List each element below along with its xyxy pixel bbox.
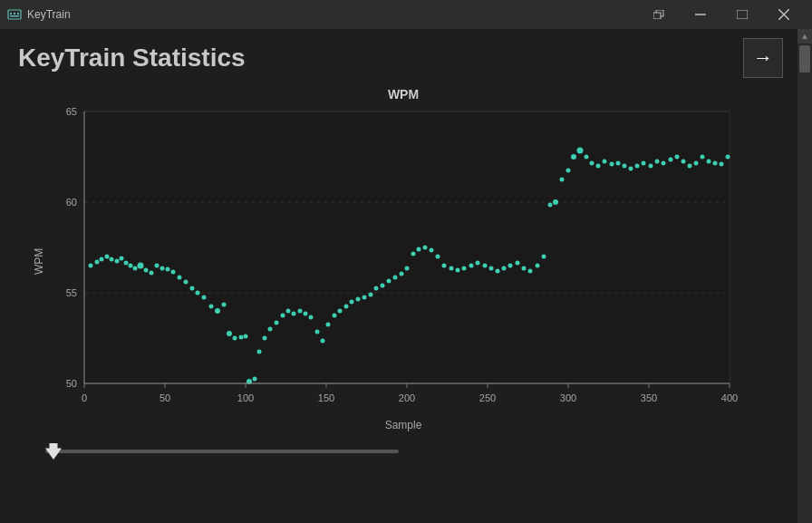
svg-point-132 — [649, 164, 653, 169]
svg-point-66 — [244, 334, 248, 339]
svg-point-101 — [450, 266, 454, 271]
svg-point-47 — [133, 266, 138, 271]
svg-point-78 — [309, 315, 314, 320]
restore-btn[interactable] — [638, 0, 680, 29]
svg-point-115 — [542, 255, 546, 259]
svg-point-109 — [502, 266, 507, 271]
svg-point-106 — [483, 264, 488, 268]
svg-point-127 — [616, 161, 621, 166]
svg-point-90 — [381, 284, 385, 288]
svg-point-51 — [155, 264, 160, 268]
svg-point-141 — [707, 160, 711, 164]
svg-point-142 — [713, 161, 718, 166]
svg-point-39 — [95, 260, 100, 265]
chart-svg: 65 60 55 50 0 50 100 150 200 250 300 350 — [50, 107, 739, 415]
maximize-btn[interactable] — [721, 0, 763, 29]
svg-point-114 — [536, 264, 540, 268]
svg-text:150: 150 — [318, 392, 334, 403]
svg-point-105 — [476, 261, 480, 266]
svg-text:55: 55 — [66, 287, 77, 298]
svg-point-103 — [462, 266, 467, 271]
svg-point-43 — [115, 259, 120, 264]
svg-rect-4 — [10, 15, 19, 17]
svg-rect-3 — [17, 13, 19, 15]
svg-point-55 — [178, 276, 182, 280]
svg-point-136 — [675, 155, 680, 160]
svg-point-63 — [227, 331, 232, 336]
y-axis-label: WPM — [32, 107, 46, 415]
svg-point-45 — [124, 261, 129, 266]
svg-text:65: 65 — [66, 107, 77, 117]
svg-point-42 — [110, 257, 114, 262]
svg-point-49 — [144, 268, 149, 273]
svg-point-76 — [298, 309, 303, 314]
svg-point-48 — [138, 263, 144, 269]
svg-point-119 — [566, 169, 571, 173]
x-axis-label: Sample — [32, 419, 775, 431]
svg-point-59 — [202, 295, 207, 300]
svg-point-99 — [436, 255, 440, 259]
svg-point-143 — [720, 162, 724, 167]
svg-point-100 — [442, 264, 447, 268]
svg-point-95 — [411, 252, 416, 257]
svg-rect-11 — [84, 111, 730, 383]
svg-text:50: 50 — [66, 378, 77, 389]
svg-point-72 — [275, 321, 279, 325]
svg-point-61 — [215, 308, 220, 314]
svg-point-92 — [393, 276, 398, 280]
main-area: KeyTrain Statistics → WPM WPM — [0, 29, 812, 523]
svg-point-93 — [400, 272, 404, 276]
range-slider[interactable] — [45, 450, 399, 453]
svg-text:300: 300 — [560, 392, 576, 403]
svg-point-85 — [350, 300, 354, 305]
svg-point-107 — [489, 266, 494, 271]
svg-point-110 — [508, 264, 513, 268]
chart-wrapper: WPM 65 60 — [32, 107, 775, 415]
titlebar-left: KeyTrain — [7, 7, 71, 22]
svg-point-126 — [610, 162, 614, 167]
scroll-thumb[interactable] — [799, 45, 810, 73]
svg-point-96 — [417, 247, 421, 252]
svg-point-129 — [629, 167, 633, 171]
svg-point-111 — [516, 261, 520, 266]
svg-point-79 — [315, 330, 320, 334]
minimize-btn[interactable] — [680, 0, 721, 29]
svg-point-44 — [120, 257, 124, 261]
svg-point-68 — [253, 377, 257, 382]
svg-point-74 — [286, 309, 291, 314]
svg-rect-2 — [14, 13, 15, 15]
svg-text:200: 200 — [399, 392, 415, 403]
svg-text:100: 100 — [237, 392, 254, 403]
svg-text:50: 50 — [160, 392, 170, 403]
svg-point-54 — [171, 270, 176, 275]
svg-point-40 — [100, 257, 104, 262]
svg-point-41 — [105, 255, 110, 259]
svg-point-125 — [603, 160, 607, 164]
svg-point-128 — [623, 164, 627, 169]
svg-point-98 — [430, 248, 434, 253]
svg-point-60 — [209, 305, 214, 309]
svg-text:350: 350 — [641, 392, 657, 403]
svg-point-91 — [387, 279, 392, 284]
svg-point-122 — [585, 155, 589, 160]
close-btn[interactable] — [763, 0, 805, 29]
scrollbar: ▲ — [798, 29, 812, 523]
svg-point-117 — [553, 199, 558, 205]
svg-point-144 — [726, 155, 730, 160]
svg-point-57 — [190, 286, 195, 291]
next-button[interactable]: → — [743, 38, 783, 78]
svg-point-138 — [688, 164, 692, 169]
svg-rect-6 — [653, 13, 661, 19]
svg-point-53 — [166, 267, 170, 272]
scroll-up-arrow[interactable]: ▲ — [798, 29, 812, 44]
chart-area: 65 60 55 50 0 50 100 150 200 250 300 350 — [50, 107, 775, 415]
svg-point-102 — [456, 268, 460, 273]
svg-point-121 — [577, 148, 584, 154]
svg-point-73 — [281, 314, 285, 318]
chart-container: WPM WPM — [32, 87, 775, 431]
svg-point-118 — [560, 178, 565, 182]
svg-point-81 — [326, 323, 331, 327]
titlebar-title: KeyTrain — [27, 8, 71, 21]
svg-point-108 — [496, 269, 500, 274]
svg-point-80 — [321, 339, 325, 344]
